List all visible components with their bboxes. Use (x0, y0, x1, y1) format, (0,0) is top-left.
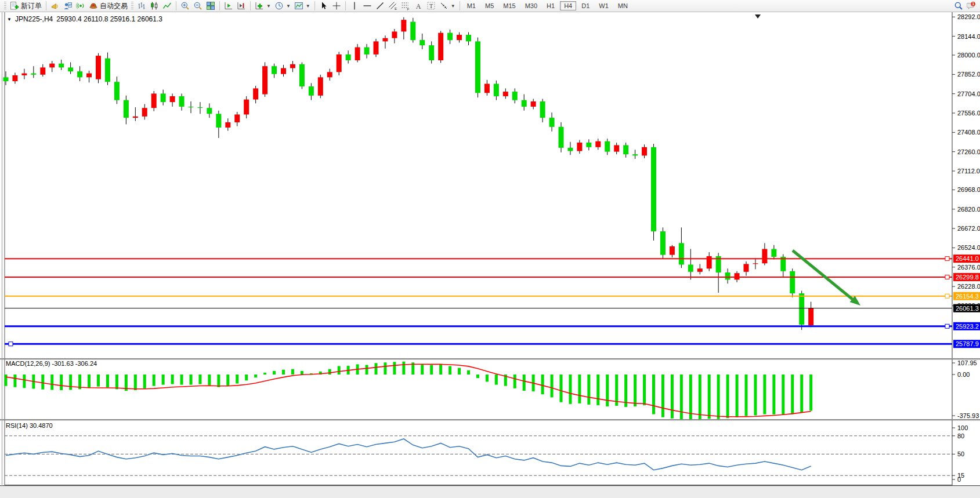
price-tick-label: 27704.0 (957, 90, 980, 97)
candle-body (21, 74, 27, 75)
candle-body (374, 41, 379, 54)
crosshair-button[interactable] (330, 1, 343, 11)
chart-shift-button[interactable] (235, 1, 248, 11)
candle-body (151, 93, 157, 108)
price-tick-label: 27260.0 (957, 148, 980, 155)
signals-button[interactable] (74, 1, 87, 11)
rsi-axis-label: 50 (957, 450, 964, 457)
line-chart-button[interactable] (161, 1, 173, 11)
fibonacci-button[interactable]: F (399, 1, 412, 11)
timeframe-w1[interactable]: W1 (595, 1, 613, 10)
cursor-button[interactable] (317, 1, 330, 11)
notifications-button[interactable]: 1 (965, 1, 978, 11)
price-tick-label: 26672.0 (957, 225, 980, 232)
chart-shift-icon (237, 1, 246, 10)
vertical-line-button[interactable] (348, 1, 361, 11)
candle-body (522, 100, 527, 107)
candle-body (642, 147, 647, 156)
candle-body (346, 54, 351, 60)
candle-body (744, 264, 749, 272)
candle-body (512, 92, 518, 100)
candle-body (225, 122, 230, 128)
main-chart-canvas[interactable]: 28292.028144.028000.027852.027704.027556… (0, 12, 980, 358)
candle-body (790, 271, 795, 293)
chart-window: 28292.028144.028000.027852.027704.027556… (0, 12, 980, 498)
candle-body (799, 293, 804, 325)
candle-body (466, 35, 471, 41)
horn-button[interactable] (49, 1, 62, 11)
candle-body (475, 41, 480, 93)
price-tick-label: 27852.0 (957, 71, 980, 78)
macd-axis-label: 107.95 (957, 359, 977, 366)
period-button[interactable]: ▼ (273, 1, 292, 11)
templates-button[interactable]: ▼ (292, 1, 312, 11)
timeframe-mn[interactable]: MN (614, 1, 632, 10)
text-button[interactable]: A (412, 1, 425, 11)
crosshair-icon (332, 1, 341, 10)
price-line-label: 25923.2 (956, 323, 979, 330)
candle-body (549, 118, 555, 127)
candle-body (614, 145, 619, 151)
candle-body (401, 20, 406, 31)
candle-body (207, 108, 212, 114)
trendline-button[interactable] (374, 1, 386, 11)
timeframe-d1[interactable]: D1 (577, 1, 594, 10)
candle-body (262, 66, 267, 94)
channel-icon: E (388, 1, 397, 10)
candle-body (559, 127, 564, 148)
timeframe-m30[interactable]: M30 (521, 1, 541, 10)
candle-body (420, 40, 425, 45)
indicators-button[interactable]: ▼ (253, 1, 273, 11)
window-bottom-frame (0, 486, 980, 498)
macd-pane-canvas[interactable]: 107.950.00-375.93 (0, 359, 980, 419)
timeframe-m15[interactable]: M15 (499, 1, 519, 10)
candle-body (281, 68, 286, 74)
arrows-icon (439, 1, 449, 10)
arrows-button[interactable]: ▼ (437, 1, 457, 11)
candlestick-chart-icon (150, 1, 159, 10)
candle-body (503, 92, 508, 96)
zoom-out-button[interactable] (191, 1, 204, 11)
notification-badge: 1 (972, 2, 974, 6)
candle-body (753, 263, 758, 264)
channel-button[interactable]: E (386, 1, 399, 11)
candle-body (234, 114, 240, 122)
toolbar-grip (4, 2, 6, 10)
candle-body (623, 145, 628, 154)
horizontal-line-button[interactable] (361, 1, 374, 11)
zoom-in-button[interactable] (179, 1, 191, 11)
search-button[interactable] (952, 1, 965, 11)
chart-menu-triangle-icon[interactable]: ▼ (7, 17, 12, 22)
candle-body (540, 101, 545, 118)
timeframe-h4[interactable]: H4 (560, 1, 576, 10)
timeframe-m5[interactable]: M5 (481, 1, 498, 10)
new-order-button[interactable]: 新订单 (8, 1, 44, 12)
rsi-pane-canvas[interactable]: 1008050150 (0, 420, 980, 485)
timeframe-h1[interactable]: H1 (543, 1, 559, 10)
separator (250, 1, 251, 10)
auto-trading-button[interactable]: 自动交易 (87, 1, 129, 12)
rsi-axis-label: 80 (957, 432, 964, 439)
candle-body (12, 75, 17, 81)
price-tick-label: 28292.0 (957, 13, 980, 20)
macd-indicator-label: MACD(12,26,9) -301.63 -306.24 (6, 360, 97, 367)
price-line-label: 26441.0 (956, 255, 979, 262)
text-label-button[interactable]: T (425, 1, 437, 11)
tile-windows-button[interactable] (204, 1, 217, 11)
profile-button[interactable] (62, 1, 74, 11)
candlestick-chart-button[interactable] (148, 1, 161, 11)
price-line-label: 26299.8 (956, 274, 979, 281)
svg-text:T: T (429, 3, 433, 9)
candle-body (632, 154, 638, 155)
candle-body (660, 231, 666, 255)
new-order-label: 新订单 (21, 1, 42, 11)
chart-shift-marker-icon[interactable] (755, 14, 761, 19)
candle-body (327, 72, 332, 77)
bar-chart-button[interactable] (135, 1, 148, 11)
candle-body (337, 54, 342, 72)
price-tick-label: 27408.0 (957, 129, 980, 136)
candle-body (96, 56, 101, 79)
timeframe-m1[interactable]: M1 (463, 1, 480, 10)
auto-scroll-button[interactable] (222, 1, 235, 11)
candle-body (438, 33, 443, 60)
